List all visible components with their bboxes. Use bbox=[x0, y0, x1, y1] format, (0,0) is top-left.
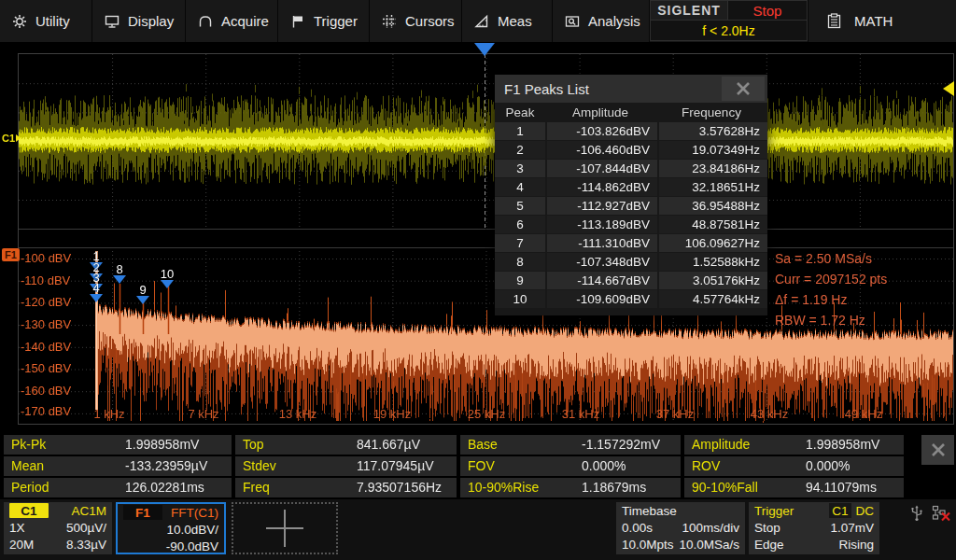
menu-item-trigger[interactable]: Trigger bbox=[278, 0, 370, 42]
gear-icon bbox=[12, 14, 27, 29]
lan-disconnected-icon[interactable] bbox=[932, 505, 950, 522]
delta-f-readout: Δf = 1.19 Hz bbox=[775, 289, 887, 310]
f1-trace-badge[interactable]: F1 bbox=[2, 248, 20, 261]
oscilloscope-screen: { "menu": { "items": [ {"label": "Utilit… bbox=[0, 0, 956, 560]
menu-item-cursors[interactable]: Cursors bbox=[370, 0, 462, 42]
peak-marker: 9 bbox=[132, 285, 154, 304]
menu-item-utility[interactable]: Utility bbox=[0, 0, 92, 42]
trigger-frequency-readout: f < 2.0Hz bbox=[650, 21, 808, 41]
fft-info-readout: Sa = 2.50 MSa/s Curr = 2097152 pts Δf = … bbox=[775, 248, 887, 330]
trigger-descriptor-box[interactable]: Trigger C1 DC Stop1.07mV EdgeRising bbox=[749, 502, 879, 554]
trigger-slope: Rising bbox=[838, 538, 874, 552]
c1-channel-position-marker[interactable]: C1 bbox=[2, 133, 21, 144]
analysis-icon bbox=[565, 14, 580, 29]
peaks-table-row: 9-114.667dBV3.05176kHz bbox=[495, 272, 767, 289]
current-points-readout: Curr = 2097152 pts bbox=[775, 269, 887, 289]
measurement-cell: Mean-133.23959µV bbox=[4, 456, 232, 476]
trigger-type: Edge bbox=[754, 538, 784, 552]
peaks-list-dialog: F1 Peaks List Peak Amplitude Frequency 1… bbox=[495, 75, 767, 315]
f1-function: FFT(C1) bbox=[171, 506, 218, 520]
siglent-logo: SIGLENT bbox=[650, 0, 728, 21]
trigger-level: 1.07mV bbox=[830, 521, 874, 535]
peaks-table-row: 7-111.310dBV106.09627Hz bbox=[495, 234, 767, 252]
usb-icon[interactable] bbox=[909, 505, 924, 522]
math-icon bbox=[827, 13, 841, 29]
trigger-source: C1 bbox=[829, 503, 851, 518]
trigger-position-marker-icon[interactable] bbox=[474, 43, 495, 56]
fft-freq-label: 13 kHz bbox=[279, 407, 316, 421]
f1-vertical-scale: 10.0dBV/ bbox=[166, 523, 218, 537]
peaks-table-row: 3-107.844dBV23.84186Hz bbox=[495, 160, 767, 177]
status-icons bbox=[909, 505, 950, 522]
fft-freq-label: 31 kHz bbox=[562, 407, 599, 421]
sample-rate-readout: Sa = 2.50 MSa/s bbox=[775, 248, 887, 269]
measurement-cell: ROV0.000% bbox=[684, 456, 904, 476]
peaks-table-row: 8-107.348dBV1.52588kHz bbox=[495, 253, 767, 271]
peak-marker-triangle-icon bbox=[161, 280, 174, 288]
peak-marker-triangle-icon bbox=[136, 296, 149, 304]
fft-freq-label: 37 kHz bbox=[656, 407, 694, 421]
c1-vertical-scale: 500µV/ bbox=[66, 521, 106, 535]
measurement-cell: 10-90%Rise1.18679ms bbox=[460, 478, 681, 497]
fft-dbv-label: -110 dBV bbox=[21, 273, 70, 287]
measurement-cell: Stdev117.07945µV bbox=[235, 456, 457, 476]
menu-item-display[interactable]: Display bbox=[92, 0, 186, 42]
right-arrow-icon bbox=[16, 134, 21, 142]
measurements-close-button[interactable] bbox=[921, 435, 954, 465]
timebase-sample-rate: 10.0MSa/s bbox=[679, 538, 739, 552]
dialog-close-button[interactable] bbox=[722, 77, 765, 101]
menu-item-acquire[interactable]: Acquire bbox=[186, 0, 278, 42]
menu-bar: Utility Display Acquire Trigger Cursors … bbox=[0, 0, 956, 42]
menu-label-meas: Meas bbox=[498, 13, 532, 29]
peak-marker: 8 bbox=[108, 264, 131, 284]
menu-label-math: MATH bbox=[854, 13, 893, 29]
menu-item-analysis[interactable]: Analysis bbox=[553, 0, 650, 42]
menu-item-math[interactable]: MATH bbox=[808, 0, 956, 42]
timebase-title: Timebase bbox=[622, 504, 677, 518]
peaks-table-row: 10-109.609dBV4.57764kHz bbox=[495, 290, 767, 308]
peak-marker-triangle-icon bbox=[90, 294, 103, 302]
measurement-cell: Pk-Pk1.998958mV bbox=[4, 435, 232, 455]
peaks-table-row: 2-106.460dBV19.07349Hz bbox=[495, 141, 767, 159]
c1-bandwidth: 20M bbox=[9, 538, 34, 552]
trigger-title: Trigger bbox=[754, 504, 794, 518]
peaks-table-row: 5-112.927dBV36.95488Hz bbox=[495, 197, 767, 215]
f1-reference-level: -90.0dBV bbox=[166, 539, 218, 553]
channel1-descriptor-box[interactable]: C1 AC1M 1X500µV/ 20M8.33µV bbox=[4, 502, 112, 554]
fft-dbv-label: -170 dBV bbox=[21, 404, 71, 418]
fft-dbv-label: -130 dBV bbox=[21, 317, 71, 331]
bottom-bar: C1 AC1M 1X500µV/ 20M8.33µV F1 FFT(C1) 10… bbox=[0, 499, 956, 560]
fft-dbv-label: -100 dBV bbox=[21, 251, 71, 265]
dialog-header[interactable]: F1 Peaks List bbox=[495, 75, 767, 103]
flag-icon bbox=[290, 14, 305, 29]
rbw-readout: RBW = 1.72 Hz bbox=[775, 310, 887, 330]
fft-dbv-label: -150 dBV bbox=[21, 361, 71, 375]
menu-label-utility: Utility bbox=[35, 13, 70, 29]
peaks-table-row: 6-113.189dBV48.87581Hz bbox=[495, 216, 767, 233]
measurement-cell: Amplitude1.998958mV bbox=[684, 435, 904, 455]
trigger-level-marker-icon[interactable] bbox=[943, 81, 954, 96]
peaks-table-row: 4-114.862dBV32.18651Hz bbox=[495, 178, 767, 196]
measurement-cell: Base-1.157292mV bbox=[460, 435, 681, 455]
acquire-icon bbox=[198, 14, 213, 29]
menu-item-meas[interactable]: Meas bbox=[462, 0, 553, 42]
f1-channel-chip: F1 bbox=[123, 505, 162, 520]
timebase-descriptor-box[interactable]: Timebase 0.00s100ms/div 10.0Mpts10.0MSa/… bbox=[616, 502, 745, 554]
dialog-title: F1 Peaks List bbox=[495, 81, 722, 97]
add-channel-box[interactable] bbox=[232, 502, 338, 554]
f1-math-descriptor-box[interactable]: F1 FFT(C1) 10.0dBV/ -90.0dBV bbox=[116, 502, 226, 554]
fft-dbv-label: -160 dBV bbox=[21, 384, 71, 398]
acquisition-status[interactable]: Stop bbox=[728, 0, 808, 21]
display-icon bbox=[105, 14, 120, 29]
timebase-delay: 0.00s bbox=[622, 521, 653, 535]
cursors-grid-icon bbox=[382, 14, 397, 29]
menu-label-display: Display bbox=[128, 13, 174, 29]
peak-marker: 10 bbox=[156, 269, 178, 288]
fft-freq-label: 49 kHz bbox=[845, 407, 882, 421]
c1-coupling: AC1M bbox=[71, 504, 106, 518]
measurement-cell: Freq7.93507156Hz bbox=[235, 478, 457, 497]
close-icon bbox=[929, 441, 948, 459]
fft-freq-label: 43 kHz bbox=[751, 407, 788, 421]
plus-icon bbox=[284, 510, 286, 547]
c1-offset: 8.33µV bbox=[66, 538, 106, 552]
